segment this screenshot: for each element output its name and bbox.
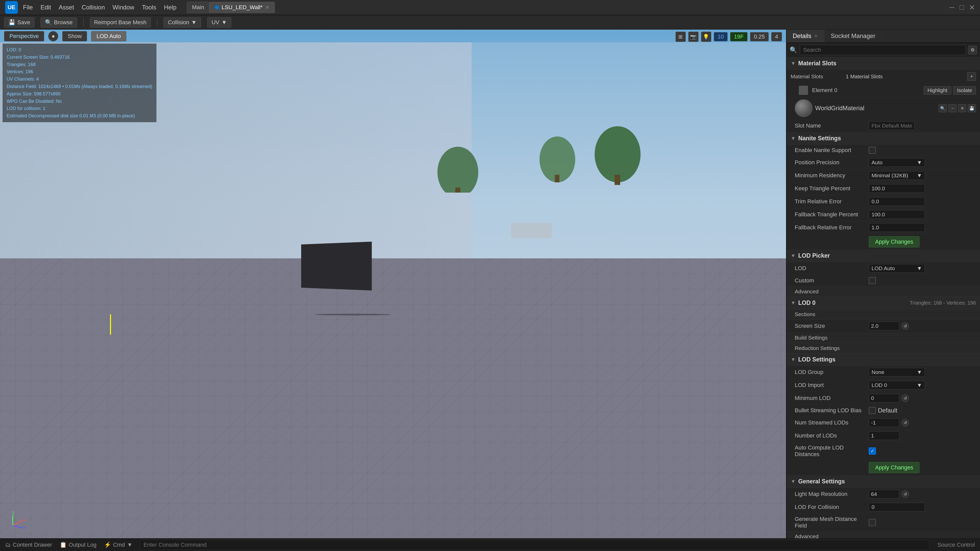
lod-picker-custom-checkbox[interactable] bbox=[869, 277, 876, 284]
slot-name-input[interactable] bbox=[869, 121, 915, 130]
generate-mesh-checkbox[interactable] bbox=[869, 519, 876, 526]
save-button[interactable]: 💾 Save bbox=[4, 17, 35, 27]
lightmap-reset-icon[interactable]: ↺ bbox=[901, 490, 909, 498]
search-settings-icon[interactable]: ⚙ bbox=[968, 46, 977, 54]
add-slot-button[interactable]: + bbox=[967, 72, 976, 81]
material-clear-icon[interactable]: ✕ bbox=[958, 104, 966, 112]
tab-details[interactable]: Details ✕ bbox=[787, 30, 824, 42]
tab-main[interactable]: Main bbox=[187, 2, 210, 13]
nanite-keeptriangle-label: Keep Triangle Percent bbox=[795, 185, 866, 192]
stat-triangles: Triangles: 168 bbox=[6, 61, 152, 68]
section-lod0[interactable]: LOD 0 Triangles: 168 - Vertices: 196 bbox=[787, 297, 980, 309]
num-streamed-reset-icon[interactable]: ↺ bbox=[901, 419, 909, 427]
section-lod-settings[interactable]: LOD Settings bbox=[787, 354, 980, 366]
highlight-button[interactable]: Highlight bbox=[924, 86, 951, 95]
lod0-build-settings[interactable]: Build Settings bbox=[787, 333, 980, 343]
material-search-icon[interactable]: 🔍 bbox=[939, 104, 947, 112]
tab-close-icon[interactable]: ✕ bbox=[265, 4, 269, 11]
nanite-keeptriangle-input[interactable]: 100.0 bbox=[869, 184, 925, 193]
minimize-btn[interactable]: ─ bbox=[950, 3, 955, 12]
lod-for-collision-input[interactable]: 0 bbox=[869, 503, 925, 511]
source-control-status[interactable]: Source Control bbox=[937, 541, 975, 548]
nanite-minresidency-dropdown[interactable]: Minimal (32KB) ▼ bbox=[869, 171, 925, 180]
num-streamed-input[interactable]: -1 bbox=[869, 418, 899, 427]
details-close-icon[interactable]: ✕ bbox=[814, 33, 818, 39]
lod0-screensize-input[interactable]: 2.0 bbox=[869, 322, 899, 330]
tab-socket-manager[interactable]: Socket Manager bbox=[824, 30, 882, 42]
material-save-icon[interactable]: 💾 bbox=[968, 104, 976, 112]
lod-picker-custom-label: Custom bbox=[795, 277, 866, 284]
section-lod-picker[interactable]: LOD Picker bbox=[787, 250, 980, 262]
lod0-build-settings-label: Build Settings bbox=[795, 335, 827, 341]
output-log-button[interactable]: 📋 Output Log bbox=[60, 541, 97, 548]
viewport[interactable]: Perspective ● Show LOD Auto LOD: 0 Curre… bbox=[0, 30, 786, 538]
lod0-screensize-reset-icon[interactable]: ↺ bbox=[901, 322, 909, 330]
element-0-row: Element 0 Highlight Isolate bbox=[787, 84, 980, 97]
section-general[interactable]: General Settings bbox=[787, 475, 980, 488]
lod-group-dropdown[interactable]: None ▼ bbox=[869, 368, 925, 376]
content-drawer-button[interactable]: 🗂 Content Drawer bbox=[5, 541, 52, 548]
lit-button[interactable]: ● bbox=[48, 31, 58, 41]
scene-axis-y bbox=[110, 314, 111, 335]
bullet-streaming-default[interactable] bbox=[869, 407, 876, 414]
lod-auto-button[interactable]: LOD Auto bbox=[91, 31, 126, 41]
browse-button[interactable]: 🔍 Browse bbox=[41, 17, 77, 27]
lod-apply-button[interactable]: Apply Changes bbox=[869, 462, 920, 473]
menu-asset[interactable]: Asset bbox=[59, 4, 74, 11]
perspective-button[interactable]: Perspective bbox=[4, 31, 44, 41]
viewport-num-19f[interactable]: 19F bbox=[730, 32, 748, 41]
generate-mesh-label: Generate Mesh Distance Field bbox=[795, 516, 866, 529]
menu-window[interactable]: Window bbox=[113, 4, 134, 11]
nanite-enable-checkbox[interactable] bbox=[869, 147, 876, 154]
cmd-button[interactable]: ⚡ Cmd ▼ bbox=[104, 541, 132, 548]
menu-tools[interactable]: Tools bbox=[142, 4, 156, 11]
reimport-button[interactable]: Reimport Base Mesh bbox=[90, 17, 151, 27]
collision-button[interactable]: Collision ▼ bbox=[164, 17, 201, 27]
lod0-sections[interactable]: Sections bbox=[787, 309, 980, 320]
nanite-position-dropdown[interactable]: Auto ▼ bbox=[869, 158, 925, 167]
nanite-fallbacktriangle-input[interactable]: 100.0 bbox=[869, 210, 925, 219]
viewport-num-10[interactable]: 10 bbox=[714, 32, 728, 41]
search-input[interactable] bbox=[800, 45, 966, 55]
viewport-num-4[interactable]: 4 bbox=[771, 32, 782, 41]
panel-content[interactable]: Material Slots Material Slots 1 Material… bbox=[787, 57, 980, 538]
menu-collision[interactable]: Collision bbox=[82, 4, 105, 11]
scene-grid bbox=[0, 259, 786, 538]
menu-file[interactable]: File bbox=[23, 4, 33, 11]
tab-lsu[interactable]: LSU_LED_Wall* ✕ bbox=[210, 2, 275, 13]
nanite-trimrelative-input[interactable]: 0.0 bbox=[869, 197, 925, 206]
show-button[interactable]: Show bbox=[62, 31, 87, 41]
auto-compute-row: Auto Compute LOD Distances bbox=[787, 442, 980, 460]
auto-compute-checkbox[interactable] bbox=[869, 448, 876, 454]
isolate-button[interactable]: Isolate bbox=[953, 86, 976, 95]
section-nanite[interactable]: Nanite Settings bbox=[787, 132, 980, 144]
lod-picker-dropdown[interactable]: LOD Auto ▼ bbox=[869, 264, 925, 273]
section-material-slots[interactable]: Material Slots bbox=[787, 57, 980, 70]
lod0-screensize-row: Screen Size 2.0 ↺ bbox=[787, 320, 980, 333]
lod0-reduction-settings[interactable]: Reduction Settings bbox=[787, 343, 980, 354]
lod-picker-advanced[interactable]: Advanced bbox=[787, 286, 980, 297]
bullet-streaming-value: Default bbox=[869, 407, 976, 414]
nanite-position-row: Position Precision Auto ▼ bbox=[787, 156, 980, 169]
material-select-icon[interactable]: → bbox=[948, 104, 956, 112]
maximize-btn[interactable]: □ bbox=[959, 3, 964, 12]
number-lods-input[interactable]: 1 bbox=[869, 431, 899, 440]
minimum-lod-input[interactable]: 0 bbox=[869, 394, 899, 403]
general-advanced[interactable]: Advanced bbox=[787, 531, 980, 538]
viewport-icon-grid[interactable]: ⊞ bbox=[676, 32, 686, 42]
minimum-lod-reset-icon[interactable]: ↺ bbox=[901, 394, 909, 402]
lod-for-collision-value: 0 bbox=[869, 503, 976, 511]
nanite-apply-button[interactable]: Apply Changes bbox=[869, 236, 920, 248]
nanite-fallbackrelative-input[interactable]: 1.0 bbox=[869, 223, 925, 232]
menu-help[interactable]: Help bbox=[164, 4, 177, 11]
viewport-num-025[interactable]: 0.25 bbox=[750, 32, 769, 41]
lightmap-input[interactable]: 64 bbox=[869, 490, 899, 499]
section-general-arrow bbox=[791, 478, 796, 484]
menu-edit[interactable]: Edit bbox=[41, 4, 51, 11]
viewport-icon-cam[interactable]: 📷 bbox=[688, 32, 698, 42]
lod-import-dropdown[interactable]: LOD 0 ▼ bbox=[869, 381, 925, 389]
viewport-icon-light[interactable]: 💡 bbox=[701, 32, 711, 42]
uv-button[interactable]: UV ▼ bbox=[207, 17, 231, 27]
close-btn[interactable]: ✕ bbox=[969, 3, 975, 12]
cmd-input[interactable] bbox=[140, 540, 930, 550]
